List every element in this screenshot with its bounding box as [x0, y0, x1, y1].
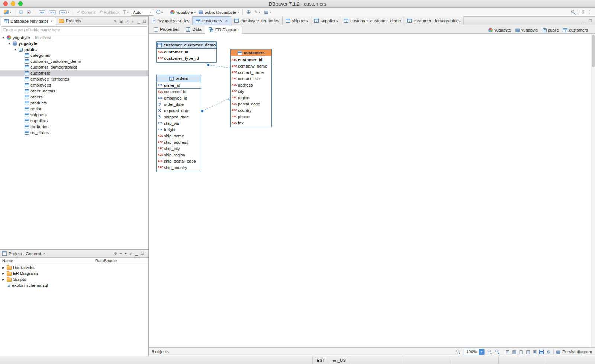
search-icon[interactable] — [571, 10, 576, 15]
sql-editor-button[interactable]: SQL — [37, 10, 47, 14]
close-tab-icon[interactable]: ✕ — [225, 19, 228, 23]
subtab-er-diagram[interactable]: ER Diagram — [205, 26, 242, 34]
entity-header[interactable]: customers — [231, 49, 271, 56]
save-diagram-icon[interactable] — [539, 350, 544, 354]
tree-item-categories[interactable]: categories — [0, 52, 148, 58]
close-window-button[interactable] — [3, 1, 8, 6]
column-row-contact-name[interactable]: ABCcontact_name — [231, 69, 271, 75]
tree-item-yugabyte[interactable]: ▼yugabyte — [0, 40, 148, 46]
zoom-out-icon[interactable] — [495, 349, 500, 354]
rollback-button[interactable]: ↶ Rollback — [98, 10, 121, 15]
diagram-settings-gear-icon[interactable]: ⚙ — [546, 350, 551, 354]
tree-item-us-states[interactable]: us_states — [0, 130, 148, 136]
tree-item-orders[interactable]: orders — [0, 94, 148, 100]
tree-expand-icon[interactable]: ▶ — [1, 272, 5, 275]
close-view-icon[interactable]: ✕ — [50, 19, 53, 23]
generate-sql-button[interactable]: ✎ ▾ — [253, 10, 262, 14]
persist-diagram-button[interactable]: Persist diagram — [556, 350, 592, 354]
column-row-ship-city[interactable]: ABCship_city — [157, 145, 201, 152]
toolbar-overflow-icon[interactable]: ⋮ — [587, 10, 591, 14]
edit-connection-icon[interactable]: ✎ — [114, 20, 117, 23]
tree-item-public[interactable]: ▼public — [0, 46, 148, 52]
tree-item-employee-territories[interactable]: employee_territories — [0, 76, 148, 82]
tree-item-customer-customer-demo[interactable]: customer_customer_demo — [0, 58, 148, 64]
column-row-freight[interactable]: 123freight — [157, 126, 201, 133]
tab-database-navigator[interactable]: Database Navigator ✕ — [1, 17, 56, 25]
new-sql-editor-button[interactable]: SQL — [48, 10, 57, 14]
transaction-log-button[interactable]: T ▾ — [122, 10, 130, 15]
tree-expand-icon[interactable]: ▼ — [7, 42, 11, 45]
column-header-datasource[interactable]: DataSource — [95, 259, 117, 263]
chevron-down-icon[interactable]: ▾ — [479, 349, 484, 355]
scrollbar-thumb[interactable] — [592, 35, 595, 67]
column-row-country[interactable]: ABCcountry — [231, 107, 271, 113]
zoom-in-icon[interactable] — [487, 349, 492, 354]
maximize-editor-icon[interactable]: ☐ — [589, 19, 592, 23]
entity-header[interactable]: orders — [157, 75, 201, 82]
entity-customers[interactable]: customersABCcustomer_idABCcompany_nameAB… — [230, 49, 272, 127]
tree-expand-icon[interactable]: ▼ — [13, 48, 17, 51]
tree-item-suppliers[interactable]: suppliers — [0, 118, 148, 124]
commit-mode-select[interactable]: Auto ▾ — [131, 9, 154, 16]
column-row-fax[interactable]: ABCfax — [231, 120, 271, 126]
column-row-customer-id[interactable]: ABCcustomer_id — [157, 49, 216, 55]
project-item-explorr-schema-sql[interactable]: explorr-schema.sql — [0, 282, 148, 288]
tree-item-shippers[interactable]: shippers — [0, 112, 148, 118]
export-image-icon[interactable]: ▣ — [533, 350, 537, 354]
toggle-grid-icon[interactable]: ▦ — [512, 350, 516, 354]
zoom-level-select[interactable]: 100% ▾ — [464, 349, 485, 355]
tree-expand-icon[interactable]: ▶ — [1, 266, 5, 269]
editor-tab-yugabyte-dev[interactable]: *<yugabyte> dev — [149, 16, 193, 25]
print-diagram-icon[interactable]: ▤ — [526, 350, 530, 354]
minimize-window-button[interactable] — [11, 1, 15, 6]
collapse-all-icon[interactable]: ⊟ — [120, 20, 123, 23]
tree-item-customer-demographics[interactable]: customer_demographics — [0, 64, 148, 70]
editor-tab-employee-territories[interactable]: employee_territories — [231, 16, 283, 25]
open-in-browser-button[interactable] — [245, 10, 252, 14]
new-connection-button[interactable]: ▾ — [2, 9, 13, 15]
column-row-order-date[interactable]: order_date — [157, 101, 201, 107]
minimize-view-icon[interactable]: ▁ — [135, 252, 138, 256]
view-menu-icon[interactable]: ⋮ — [131, 20, 135, 23]
tree-item-customers[interactable]: customers — [0, 70, 148, 76]
column-row-ship-postal-code[interactable]: ABCship_postal_code — [157, 158, 201, 164]
entity-customer-customer-demo[interactable]: customer_customer_demoABCcustomer_idABCc… — [156, 41, 217, 63]
disconnect-button[interactable] — [25, 10, 32, 14]
er-diagram-canvas[interactable]: customer_customer_demoABCcustomer_idABCc… — [149, 34, 595, 347]
minimize-editor-icon[interactable]: ▁ — [583, 19, 586, 23]
minimize-view-icon[interactable]: ▁ — [137, 20, 140, 23]
column-row-employee-id[interactable]: 123employee_id — [157, 95, 201, 101]
vertical-scrollbar[interactable] — [591, 34, 595, 347]
connect-button[interactable] — [17, 10, 25, 14]
column-row-phone[interactable]: ABCphone — [231, 113, 271, 120]
tree-item-region[interactable]: region — [0, 106, 148, 112]
column-row-ship-address[interactable]: ABCship_address — [157, 139, 201, 145]
entity-orders[interactable]: orders123order_idABCcustomer_id123employ… — [156, 75, 201, 172]
breadcrumb-item-yugabyte[interactable]: yugabyte — [486, 28, 513, 32]
column-row-contact-title[interactable]: ABCcontact_title — [231, 75, 271, 82]
column-row-company-name[interactable]: ABCcompany_name — [231, 63, 271, 69]
link-with-editor-icon[interactable]: ⇄ — [125, 20, 128, 23]
arrange-diagram-icon[interactable]: ⊞ — [506, 350, 509, 354]
project-item-scripts[interactable]: ▶Scripts — [0, 276, 148, 282]
project-item-er-diagrams[interactable]: ▶ER Diagrams — [0, 270, 148, 276]
tree-expand-icon[interactable]: ▼ — [1, 36, 5, 39]
column-row-postal-code[interactable]: ABCpostal_code — [231, 101, 271, 107]
open-sql-script-button[interactable]: SQL ▾ — [58, 10, 70, 14]
remove-item-icon[interactable]: − — [120, 252, 122, 256]
zoom-reset-icon[interactable] — [456, 349, 461, 354]
column-row-order-id[interactable]: 123order_id — [157, 82, 201, 88]
maximize-view-icon[interactable]: ☐ — [143, 20, 146, 23]
commit-button[interactable]: ✓ Commit — [75, 10, 97, 15]
breadcrumb-item-yugabyte[interactable]: yugabyte — [514, 28, 540, 32]
column-row-required-date[interactable]: required_date — [157, 107, 201, 114]
editor-tab-customer-customer-demo[interactable]: customer_customer_demo — [341, 16, 404, 25]
editor-tab-shippers[interactable]: shippers — [283, 16, 311, 25]
table-filter-input[interactable] — [1, 26, 147, 33]
zoom-window-button[interactable] — [18, 1, 23, 6]
locale-indicator[interactable]: en_US — [329, 356, 350, 364]
tree-item-territories[interactable]: territories — [0, 124, 148, 130]
timezone-indicator[interactable]: EST — [312, 356, 328, 364]
column-row-ship-via[interactable]: 123ship_via — [157, 120, 201, 126]
close-view-icon[interactable]: ✕ — [43, 252, 45, 256]
